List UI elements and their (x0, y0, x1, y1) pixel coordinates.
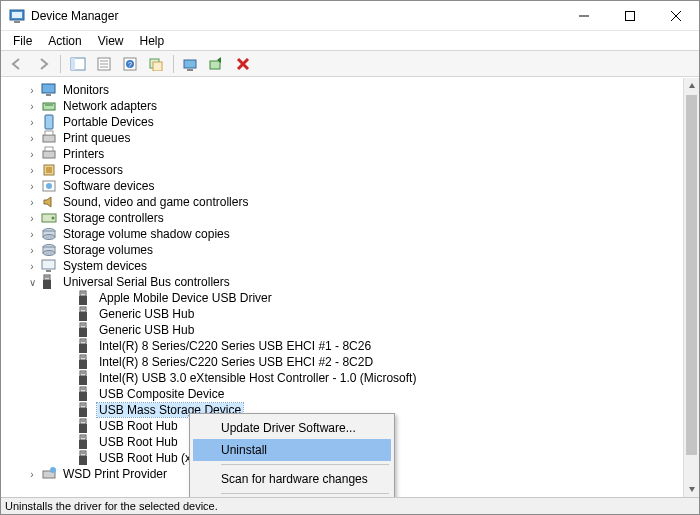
chevron-right-icon[interactable]: › (25, 181, 39, 192)
menu-file[interactable]: File (5, 33, 40, 49)
tree-category[interactable]: ›Storage volumes (7, 242, 683, 258)
tree-category[interactable]: ›Portable Devices (7, 114, 683, 130)
usb-icon (77, 450, 93, 466)
chevron-right-icon[interactable]: › (25, 261, 39, 272)
wsd-icon (41, 466, 57, 482)
menu-action[interactable]: Action (40, 33, 89, 49)
chevron-right-icon[interactable]: › (25, 197, 39, 208)
chevron-right-icon[interactable]: › (25, 245, 39, 256)
chevron-right-icon[interactable]: › (25, 101, 39, 112)
svg-rect-48 (46, 276, 47, 278)
tree-item-label: USB Composite Device (97, 387, 226, 401)
tree-item[interactable]: ›Intel(R) USB 3.0 eXtensible Host Contro… (7, 370, 683, 386)
menubar: File Action View Help (1, 31, 699, 51)
svg-rect-31 (45, 147, 53, 151)
help-button[interactable]: ? (118, 53, 142, 75)
usb-icon (77, 322, 93, 338)
tree-item[interactable]: ›USB Composite Device (7, 386, 683, 402)
close-button[interactable] (653, 1, 699, 30)
chevron-right-icon[interactable]: › (25, 229, 39, 240)
tree-category-label: Processors (61, 163, 125, 177)
show-hide-tree-button[interactable] (66, 53, 90, 75)
printer-icon (41, 146, 57, 162)
tree-category-label: Print queues (61, 131, 132, 145)
tree-category[interactable]: ›Processors (7, 162, 683, 178)
tree-category[interactable]: ›System devices (7, 258, 683, 274)
usb-icon (77, 402, 93, 418)
menu-view[interactable]: View (90, 33, 132, 49)
tree-category[interactable]: ›Printers (7, 146, 683, 162)
svg-rect-53 (84, 292, 85, 294)
minimize-button[interactable] (561, 1, 607, 30)
tree-item-label: Apple Mobile Device USB Driver (97, 291, 274, 305)
chevron-right-icon[interactable]: › (25, 117, 39, 128)
tree-category[interactable]: ›Storage volume shadow copies (7, 226, 683, 242)
volume-icon (41, 242, 57, 258)
window-controls (561, 1, 699, 30)
svg-point-43 (43, 251, 55, 256)
svg-rect-17 (153, 62, 162, 71)
scroll-track[interactable] (684, 456, 699, 481)
scroll-up-icon[interactable] (684, 78, 699, 94)
disable-button[interactable] (231, 53, 255, 75)
update-driver-button[interactable] (179, 53, 203, 75)
ctx-update-driver[interactable]: Update Driver Software... (193, 417, 391, 439)
tree-category-label: Storage controllers (61, 211, 166, 225)
svg-rect-1 (12, 12, 22, 18)
scroll-down-icon[interactable] (684, 481, 699, 497)
monitor-icon (41, 82, 57, 98)
toolbar: ? (1, 51, 699, 77)
scan-hardware-button[interactable] (144, 53, 168, 75)
storage-ctrl-icon (41, 210, 57, 226)
tree-category[interactable]: ›Monitors (7, 82, 683, 98)
tree-category-label: Software devices (61, 179, 156, 193)
svg-rect-24 (46, 94, 51, 96)
scroll-thumb[interactable] (686, 95, 697, 455)
chevron-right-icon[interactable]: › (25, 133, 39, 144)
tree-item-label: Generic USB Hub (97, 323, 196, 337)
chevron-right-icon[interactable]: › (25, 213, 39, 224)
chevron-right-icon[interactable]: › (25, 85, 39, 96)
svg-rect-2 (14, 21, 20, 23)
tree-category[interactable]: ›Network adapters (7, 98, 683, 114)
maximize-button[interactable] (607, 1, 653, 30)
usb-icon (77, 386, 93, 402)
svg-rect-74 (80, 387, 86, 392)
tree-category[interactable]: ›Sound, video and game controllers (7, 194, 683, 210)
tree-category[interactable]: ›Print queues (7, 130, 683, 146)
svg-rect-90 (80, 451, 86, 456)
svg-rect-44 (42, 260, 55, 269)
tree-item-label: Generic USB Hub (97, 307, 196, 321)
tree-item[interactable]: ›Intel(R) 8 Series/C220 Series USB EHCI … (7, 338, 683, 354)
chevron-down-icon[interactable]: ∨ (25, 277, 39, 288)
svg-rect-82 (80, 419, 86, 424)
ctx-scan-hardware[interactable]: Scan for hardware changes (193, 468, 391, 490)
svg-rect-69 (84, 356, 85, 358)
svg-rect-91 (79, 456, 87, 465)
tree-category[interactable]: ›Storage controllers (7, 210, 683, 226)
svg-rect-58 (80, 323, 86, 328)
forward-button[interactable] (31, 53, 55, 75)
tree-item[interactable]: ›Apple Mobile Device USB Driver (7, 290, 683, 306)
tree-item[interactable]: ›Generic USB Hub (7, 322, 683, 338)
svg-rect-59 (79, 328, 87, 337)
back-button[interactable] (5, 53, 29, 75)
chevron-right-icon[interactable]: › (25, 469, 39, 480)
chevron-right-icon[interactable]: › (25, 149, 39, 160)
tree-category[interactable]: ›Software devices (7, 178, 683, 194)
tree-item-label: Intel(R) USB 3.0 eXtensible Host Control… (97, 371, 418, 385)
svg-rect-49 (48, 276, 49, 278)
tree-item[interactable]: ›Intel(R) 8 Series/C220 Series USB EHCI … (7, 354, 683, 370)
vertical-scrollbar[interactable] (683, 78, 699, 497)
tree-item[interactable]: ›Generic USB Hub (7, 306, 683, 322)
uninstall-button[interactable] (205, 53, 229, 75)
svg-rect-84 (82, 420, 83, 422)
svg-rect-33 (46, 167, 52, 173)
tree-category[interactable]: ∨Universal Serial Bus controllers (7, 274, 683, 290)
ctx-uninstall[interactable]: Uninstall (193, 439, 391, 461)
menu-help[interactable]: Help (132, 33, 173, 49)
chevron-right-icon[interactable]: › (25, 165, 39, 176)
usb-icon (77, 418, 93, 434)
svg-rect-18 (184, 60, 196, 68)
properties-button[interactable] (92, 53, 116, 75)
